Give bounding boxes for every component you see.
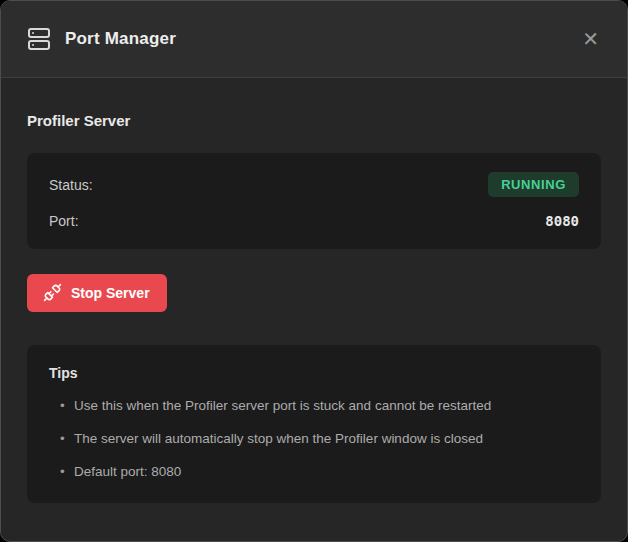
port-manager-dialog: Port Manager ✕ Profiler Server Status: R…: [0, 0, 628, 542]
server-icon: [27, 27, 51, 51]
tips-heading: Tips: [49, 365, 579, 381]
close-button[interactable]: ✕: [576, 25, 605, 53]
status-panel: Status: RUNNING Port: 8080: [27, 153, 601, 249]
stop-server-label: Stop Server: [71, 285, 150, 301]
status-badge: RUNNING: [488, 172, 579, 197]
close-icon: ✕: [582, 28, 599, 50]
section-heading: Profiler Server: [27, 112, 601, 129]
tips-panel: Tips Use this when the Profiler server p…: [27, 345, 601, 503]
status-row: Status: RUNNING: [49, 172, 579, 197]
port-label: Port:: [49, 213, 79, 229]
dialog-content: Profiler Server Status: RUNNING Port: 80…: [1, 112, 627, 503]
dialog-title: Port Manager: [65, 29, 176, 49]
tip-item: Default port: 8080: [60, 463, 579, 481]
port-value: 8080: [545, 213, 579, 229]
status-label: Status:: [49, 177, 93, 193]
tips-list: Use this when the Profiler server port i…: [49, 397, 579, 481]
tip-item: Use this when the Profiler server port i…: [60, 397, 579, 415]
tip-item: The server will automatically stop when …: [60, 430, 579, 448]
unplug-icon: [43, 283, 62, 302]
port-row: Port: 8080: [49, 213, 579, 229]
dialog-header: Port Manager ✕: [1, 1, 627, 78]
stop-server-button[interactable]: Stop Server: [27, 274, 167, 312]
